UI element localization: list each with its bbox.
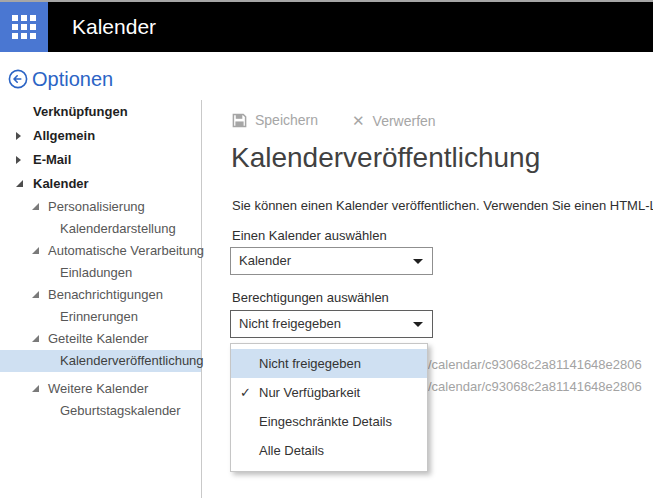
sidebar-item-label: Automatische Verarbeitung	[48, 240, 204, 262]
options-label: Optionen	[32, 68, 113, 91]
sidebar-item-label: Weitere Kalender	[48, 378, 148, 400]
calendar-link-1: /calendar/c93068c2a81141648e2806	[428, 357, 642, 372]
permissions-select-value: Nicht freigegeben	[239, 311, 341, 337]
tree-expanded-icon[interactable]	[32, 335, 39, 342]
sidebar-item-erinnerungen[interactable]: Erinnerungen	[0, 306, 201, 328]
menu-item-label: Nicht freigegeben	[259, 356, 361, 371]
sidebar-item-personalisierung[interactable]: Personalisierung	[0, 196, 201, 218]
tree-expanded-icon[interactable]	[32, 385, 39, 392]
menu-item-label: Eingeschränkte Details	[259, 414, 392, 429]
back-arrow-icon	[8, 69, 28, 89]
tree-expanded-icon[interactable]	[16, 180, 23, 187]
sidebar-item-geteilte-kalender[interactable]: Geteilte Kalender	[0, 328, 201, 350]
sidebar-item-label: Verknüpfungen	[33, 100, 128, 124]
close-icon: ✕	[352, 112, 365, 130]
tree-expanded-icon[interactable]	[32, 203, 39, 210]
sidebar-item-verknuepfungen[interactable]: Verknüpfungen	[0, 100, 201, 124]
page-title: Kalenderveröffentlichung	[231, 142, 540, 174]
sidebar-item-label: Geteilte Kalender	[48, 328, 148, 350]
permissions-dropdown-menu: Nicht freigegeben ✓ Nur Verfügbarkeit Ei…	[230, 343, 428, 472]
sidebar-item-kalenderdarstellung[interactable]: Kalenderdarstellung	[0, 218, 201, 240]
tree-collapsed-icon[interactable]	[16, 132, 21, 140]
menu-item-nicht-freigegeben[interactable]: Nicht freigegeben	[231, 349, 427, 378]
permissions-select[interactable]: Nicht freigegeben	[230, 310, 433, 338]
sidebar-item-weitere-kalender[interactable]: Weitere Kalender	[0, 378, 201, 400]
tree-collapsed-icon[interactable]	[16, 156, 21, 164]
sidebar-item-label: E-Mail	[33, 148, 71, 172]
menu-item-alle-details[interactable]: Alle Details	[231, 436, 427, 465]
sidebar-item-label: Einladungen	[60, 262, 132, 284]
save-button-label: Speichern	[255, 112, 318, 128]
app-launcher-button[interactable]	[0, 2, 48, 52]
sidebar-item-label: Benachrichtigungen	[48, 284, 163, 306]
check-icon: ✓	[240, 378, 251, 407]
menu-item-label: Nur Verfügbarkeit	[259, 385, 360, 400]
save-button[interactable]: Speichern	[232, 112, 318, 128]
sidebar-item-benachrichtigungen[interactable]: Benachrichtigungen	[0, 284, 201, 306]
permissions-select-label: Berechtigungen auswählen	[232, 290, 389, 305]
app-title: Kalender	[72, 2, 156, 52]
sidebar-item-label: Kalenderveröffentlichung	[60, 350, 204, 372]
intro-text: Sie können einen Kalender veröffentliche…	[232, 198, 653, 213]
calendar-link-2: /calendar/c93068c2a81141648e2806	[428, 379, 642, 394]
sidebar-item-label: Geburtstagskalender	[60, 400, 181, 422]
menu-item-label: Alle Details	[259, 443, 324, 458]
discard-button-label: Verwerfen	[373, 113, 436, 129]
calendar-select[interactable]: Kalender	[230, 247, 433, 275]
sidebar-item-email[interactable]: E-Mail	[0, 148, 201, 172]
options-back-link[interactable]: Optionen	[8, 66, 113, 92]
sidebar-item-einladungen[interactable]: Einladungen	[0, 262, 201, 284]
chevron-down-icon	[413, 322, 423, 327]
sidebar-item-geburtstagskalender[interactable]: Geburtstagskalender	[0, 400, 201, 422]
sidebar-item-label: Personalisierung	[48, 196, 145, 218]
app-launcher-icon	[12, 15, 36, 39]
sidebar-item-automatische-verarbeitung[interactable]: Automatische Verarbeitung	[0, 240, 201, 262]
outlook-options-window: Kalender Optionen Verknüpfungen Allgemei…	[0, 0, 653, 498]
window-top-edge	[0, 0, 653, 2]
calendar-select-value: Kalender	[239, 248, 291, 274]
save-icon	[232, 113, 247, 128]
calendar-select-label: Einen Kalender auswählen	[232, 228, 387, 243]
options-nav-tree: Verknüpfungen Allgemein E-Mail Kalender …	[0, 100, 202, 498]
sidebar-item-label: Kalender	[33, 172, 89, 196]
sidebar-item-label: Kalenderdarstellung	[60, 218, 176, 240]
discard-button[interactable]: ✕ Verwerfen	[352, 112, 436, 130]
sidebar-item-kalenderveroeffentlichung[interactable]: Kalenderveröffentlichung	[0, 350, 201, 372]
menu-item-eingeschraenkte-details[interactable]: Eingeschränkte Details	[231, 407, 427, 436]
menu-item-nur-verfuegbarkeit[interactable]: ✓ Nur Verfügbarkeit	[231, 378, 427, 407]
tree-expanded-icon[interactable]	[32, 291, 39, 298]
sidebar-item-label: Erinnerungen	[60, 306, 138, 328]
sidebar-item-label: Allgemein	[33, 124, 95, 148]
tree-expanded-icon[interactable]	[32, 247, 39, 254]
sidebar-item-allgemein[interactable]: Allgemein	[0, 124, 201, 148]
sidebar-item-kalender[interactable]: Kalender	[0, 172, 201, 196]
chevron-down-icon	[413, 259, 423, 264]
